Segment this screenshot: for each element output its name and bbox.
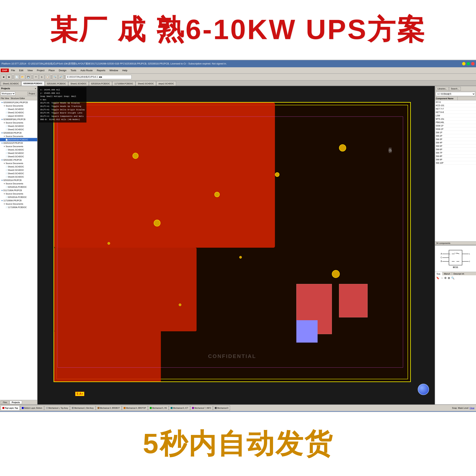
close-button[interactable]	[471, 62, 475, 65]
list-item[interactable]: SW-6P	[435, 148, 476, 151]
tree-item[interactable]: ▼Source Documents	[0, 182, 37, 185]
layer-mech6[interactable]: Mechanical 6, ICT	[169, 406, 190, 410]
tab-files[interactable]: Files	[1, 401, 9, 404]
list-item[interactable]: L5W	[435, 114, 476, 117]
search-button[interactable]: Search...	[449, 87, 461, 91]
list-item[interactable]: KET 7×7	[435, 107, 476, 110]
tree-item[interactable]: 📄Sheet1.SCHDOC	[0, 165, 37, 168]
tree-item[interactable]: 📄Sheet2.SCHDOC	[0, 152, 37, 155]
tree-item[interactable]: 📄steps2.SCHDOC	[0, 114, 37, 118]
menu-item-view[interactable]: View	[26, 68, 34, 72]
list-item[interactable]: 5SW-1P	[435, 124, 476, 127]
list-item[interactable]: SW-1P	[435, 131, 476, 134]
manuf-tab[interactable]: Manuf.	[442, 272, 452, 276]
menu-item-file[interactable]: File	[9, 68, 17, 72]
tree-item[interactable]: 📄0253201A.PCBDOC	[0, 195, 37, 199]
settings-icon[interactable]: ⚙	[444, 276, 447, 279]
layer-mech2[interactable]: Mechanical 2, Bot Assy	[70, 406, 95, 410]
library-dropdown[interactable]: 0.7-常用钽键升:	[436, 92, 475, 96]
list-item[interactable]: SW-10P	[435, 161, 476, 165]
tree-item[interactable]: ▼Source Documents	[0, 202, 37, 205]
file-view-option[interactable]: File View	[1, 97, 9, 99]
menu-item-edit[interactable]: Edit	[17, 68, 25, 72]
tree-item[interactable]: ▼Source Documents	[0, 192, 37, 195]
toolbar-btn-zoom-out[interactable]: 🔎	[58, 75, 64, 80]
toolbar-btn-paste[interactable]: 📋	[45, 75, 50, 80]
tree-item[interactable]: 📄Sheet1.SCHDOC	[0, 107, 37, 111]
list-item[interactable]: SW-8P	[435, 154, 476, 158]
menu-item-design[interactable]: Design	[57, 68, 68, 72]
tree-item[interactable]: 📄Sheet4.SCHDOC	[0, 175, 37, 179]
tree-item[interactable]: ▼D0253101P.PRJPCB	[0, 141, 37, 145]
list-item[interactable]: SW-9P	[435, 158, 476, 161]
tab-0253100c[interactable]: 0253100C.PCBDOC	[45, 81, 68, 86]
tab-projects[interactable]: Projects	[10, 401, 22, 404]
maximize-button[interactable]	[467, 62, 470, 65]
menu-item-help[interactable]: Help	[120, 68, 129, 72]
menu-item-autoroute[interactable]: Auto Route	[79, 68, 95, 72]
minimize-button[interactable]	[462, 62, 465, 65]
toolbar-btn-forward[interactable]: ▶	[7, 75, 12, 80]
toolbar-btn-new[interactable]: 📄	[14, 75, 19, 80]
list-item[interactable]: PB6148L	[435, 121, 476, 124]
sa-button[interactable]: S A+	[75, 392, 84, 396]
tab-0253001b[interactable]: 0253001B.PCBDOC	[21, 81, 45, 86]
tree-item[interactable]: 📄1171000A.PCBDOC	[0, 205, 37, 209]
tree-item[interactable]: ▼0238000P(6K).PRJPCB	[0, 118, 37, 121]
list-item[interactable]: SW-4P	[435, 141, 476, 144]
tree-item[interactable]: ▼Source Documents	[0, 121, 37, 124]
list-item[interactable]: MTS-10x	[435, 117, 476, 121]
tree-item[interactable]: ▼0253001B.PRJPCB	[0, 131, 37, 135]
grid-icon[interactable]: ⊞	[448, 276, 450, 279]
tree-item[interactable]: ▼0253100C.PRJPCB	[0, 158, 37, 162]
layer-mech5[interactable]: Mechanical 5, HS	[148, 406, 169, 410]
tree-item[interactable]: 📄Sheet2.SCHDOC	[0, 128, 37, 131]
layer-mech8[interactable]: Mechanical 8	[213, 406, 230, 410]
toolbar-btn-copy[interactable]: ⎘	[39, 75, 44, 80]
tree-item[interactable]: 📄Sheet3.SCHDOC	[0, 155, 37, 158]
menu-item-place[interactable]: Place	[47, 68, 57, 72]
tab-1171000a[interactable]: 1171000A.PCBDOC	[112, 81, 135, 86]
tab-sheet1b[interactable]: Sheet1.SCHDOC	[68, 81, 89, 86]
layer-bottom[interactable]: Bottom Layer, Bottom	[20, 406, 44, 410]
list-item[interactable]: KET 8×8	[435, 110, 476, 114]
tree-item[interactable]: 📄Sheet2.SCHDOC	[0, 111, 37, 114]
list-item[interactable]: SW-5P	[435, 144, 476, 148]
tab-0253201a[interactable]: 0253201A.PCBDOC	[89, 81, 112, 86]
tree-item[interactable]: ▼D117100A.PRJPCB	[0, 189, 37, 192]
menu-item-reports[interactable]: Reports	[95, 68, 107, 72]
project-btn[interactable]: Project	[27, 92, 36, 95]
tree-item[interactable]: 📄Sheet1.SCHDOC	[0, 124, 37, 128]
tree-item[interactable]: ▼1171000A.PRJPCB	[0, 199, 37, 202]
tree-item[interactable]: 📄D0253001B.PCBDOC	[0, 138, 37, 141]
tab-sheet2[interactable]: Sheet2.SCHDOC	[136, 81, 156, 86]
libraries-button[interactable]: Libraries...	[436, 87, 449, 91]
list-item[interactable]: SW-2P	[435, 134, 476, 137]
bookmark-icon[interactable]: 🔖	[436, 276, 439, 279]
tree-item[interactable]: ▼Source Documents	[0, 104, 37, 107]
workspace-dropdown[interactable]: Workspace	[1, 92, 15, 95]
list-item[interactable]: EC11	[435, 100, 476, 104]
descrip-tab[interactable]: Descript Inf.	[452, 272, 466, 276]
toolbar-btn-cut[interactable]: ✂	[33, 75, 38, 80]
clear-label[interactable]: Clear	[470, 407, 475, 409]
arrow-icon[interactable]: →	[441, 276, 443, 279]
toolbar-btn-save[interactable]: 💾	[26, 75, 31, 80]
toolbar-btn-back[interactable]: ◀	[1, 75, 6, 80]
tab-sheet1[interactable]: Sheet1.SCHDOC	[1, 81, 21, 86]
tree-item[interactable]: 📄Sheet1.SCHDOC	[0, 148, 37, 152]
panel-close-icon[interactable]: ×	[35, 87, 36, 90]
tree-item[interactable]: ▼0253201A.PRJPCB	[0, 179, 37, 182]
layer-mech4[interactable]: Mechanical 4, BRDTOP	[122, 406, 148, 410]
list-item[interactable]: 5SW-2P	[435, 127, 476, 131]
menu-item-window[interactable]: Window	[107, 68, 120, 72]
center-pcb-view[interactable]: x: 26345.000 mil y: 25485.000 mil Snap S…	[38, 86, 435, 404]
layer-mech3[interactable]: Mechanical 3, BRDBOT	[96, 406, 121, 410]
dxp-logo[interactable]: DXP	[1, 68, 9, 72]
tree-item[interactable]: 📄Sheet3.SCHDOC	[0, 172, 37, 175]
layer-mech7[interactable]: Mechanical 7, INFO	[190, 406, 213, 410]
tree-item[interactable]: ▼Source Documents	[0, 162, 37, 165]
tab-steps2[interactable]: steps2.SCHDOC	[156, 81, 176, 86]
menu-item-project[interactable]: Project	[35, 68, 46, 72]
sup-tab[interactable]: Sup.	[435, 272, 442, 276]
